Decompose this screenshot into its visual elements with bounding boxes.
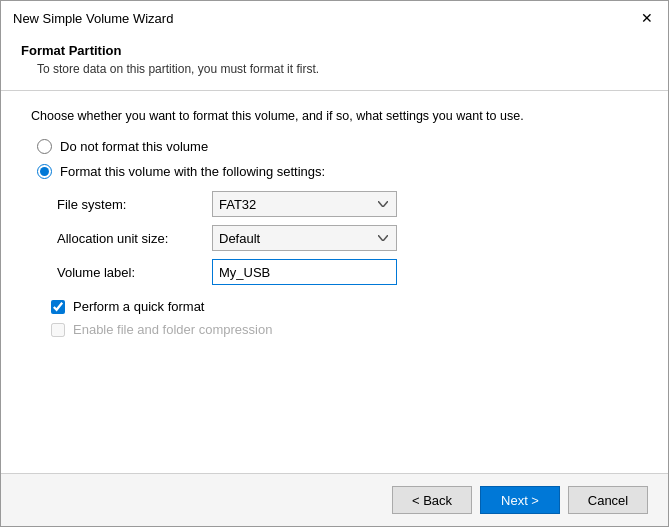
content-area: Choose whether you want to format this v… [1, 91, 668, 473]
radio-format[interactable] [37, 164, 52, 179]
dialog-title: New Simple Volume Wizard [13, 11, 173, 26]
radio-group: Do not format this volume Format this vo… [37, 139, 638, 179]
format-settings: File system: FAT32 NTFS exFAT Allocation… [57, 191, 638, 285]
title-bar: New Simple Volume Wizard ✕ [1, 1, 668, 33]
header-title: Format Partition [21, 43, 648, 58]
content-description: Choose whether you want to format this v… [31, 109, 638, 123]
close-button[interactable]: ✕ [638, 9, 656, 27]
filesystem-select[interactable]: FAT32 NTFS exFAT [212, 191, 397, 217]
quick-format-label[interactable]: Perform a quick format [73, 299, 205, 314]
next-button[interactable]: Next > [480, 486, 560, 514]
back-button[interactable]: < Back [392, 486, 472, 514]
allocation-row: Allocation unit size: Default 512 1024 2… [57, 225, 638, 251]
volume-label: Volume label: [57, 265, 212, 280]
footer: < Back Next > Cancel [1, 473, 668, 526]
volume-row: Volume label: [57, 259, 638, 285]
radio-no-format[interactable] [37, 139, 52, 154]
radio-item-format: Format this volume with the following se… [37, 164, 638, 179]
header-section: Format Partition To store data on this p… [1, 33, 668, 91]
filesystem-label: File system: [57, 197, 212, 212]
compression-label: Enable file and folder compression [73, 322, 272, 337]
radio-format-label[interactable]: Format this volume with the following se… [60, 164, 325, 179]
allocation-label: Allocation unit size: [57, 231, 212, 246]
quick-format-checkbox[interactable] [51, 300, 65, 314]
allocation-select[interactable]: Default 512 1024 2048 4096 [212, 225, 397, 251]
radio-no-format-label[interactable]: Do not format this volume [60, 139, 208, 154]
checkbox-group: Perform a quick format Enable file and f… [51, 299, 638, 337]
dialog-window: New Simple Volume Wizard ✕ Format Partit… [0, 0, 669, 527]
header-subtitle: To store data on this partition, you mus… [21, 62, 648, 76]
quick-format-item: Perform a quick format [51, 299, 638, 314]
volume-input[interactable] [212, 259, 397, 285]
compression-item: Enable file and folder compression [51, 322, 638, 337]
compression-checkbox [51, 323, 65, 337]
filesystem-row: File system: FAT32 NTFS exFAT [57, 191, 638, 217]
radio-item-no-format: Do not format this volume [37, 139, 638, 154]
cancel-button[interactable]: Cancel [568, 486, 648, 514]
